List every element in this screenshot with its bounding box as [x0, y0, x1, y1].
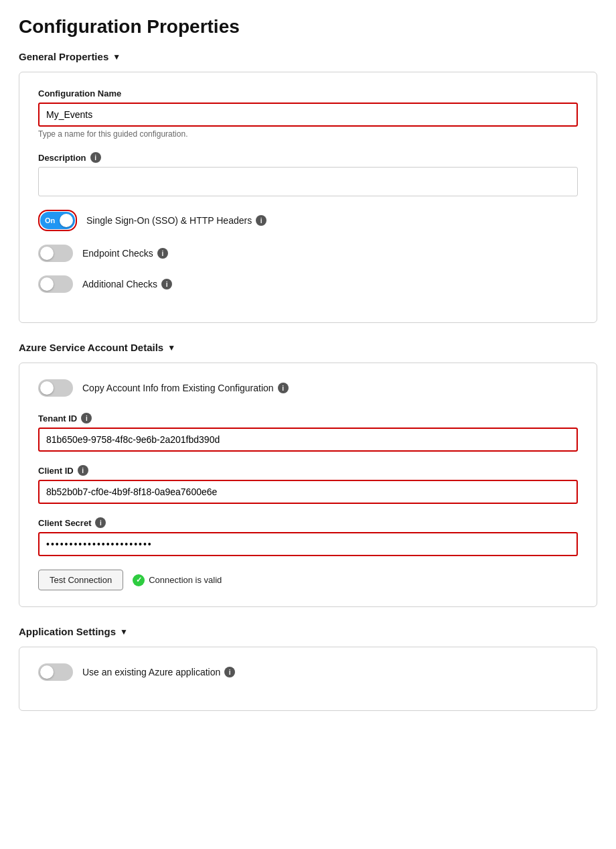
additional-toggle[interactable]	[38, 275, 73, 293]
endpoint-checks-row: Endpoint Checks i	[38, 245, 578, 262]
config-name-group: Configuration Name Type a name for this …	[38, 88, 578, 139]
sso-toggle[interactable]: On	[40, 212, 75, 229]
client-id-info-icon: i	[78, 465, 88, 476]
app-settings-header[interactable]: Application Settings ▼	[19, 626, 597, 637]
client-id-group: Client ID i	[38, 465, 578, 504]
endpoint-toggle-thumb	[40, 247, 54, 260]
description-group: Description i	[38, 152, 578, 196]
sso-toggle-label: On	[45, 216, 55, 224]
connection-valid-status: ✓ Connection is valid	[133, 574, 222, 586]
additional-checks-label: Additional Checks i	[82, 279, 172, 289]
endpoint-info-icon: i	[157, 248, 168, 259]
config-name-hint: Type a name for this guided configuratio…	[38, 129, 578, 139]
tenant-id-group: Tenant ID i	[38, 413, 578, 452]
use-existing-azure-label: Use an existing Azure application i	[82, 667, 235, 677]
tenant-id-label: Tenant ID i	[38, 413, 578, 423]
azure-section-chevron: ▼	[167, 343, 175, 352]
additional-toggle-thumb	[40, 277, 54, 291]
client-id-label: Client ID i	[38, 465, 578, 476]
copy-account-info-icon: i	[278, 383, 289, 393]
use-existing-info-icon: i	[224, 667, 235, 677]
page-title: Configuration Properties	[19, 16, 597, 38]
azure-section-label: Azure Service Account Details	[19, 342, 163, 353]
app-settings-card: Use an existing Azure application i	[19, 647, 597, 711]
use-existing-azure-toggle[interactable]	[38, 663, 73, 681]
connection-valid-text: Connection is valid	[149, 575, 222, 585]
additional-info-icon: i	[161, 279, 172, 289]
sso-toggle-thumb	[60, 214, 73, 227]
tenant-id-info-icon: i	[81, 413, 92, 423]
config-name-input[interactable]	[38, 103, 578, 127]
sso-info-icon: i	[256, 215, 266, 226]
tenant-id-input[interactable]	[38, 428, 578, 452]
endpoint-toggle[interactable]	[38, 245, 73, 262]
description-input[interactable]	[38, 167, 578, 196]
azure-section-header[interactable]: Azure Service Account Details ▼	[19, 342, 597, 353]
client-secret-input[interactable]	[38, 532, 578, 556]
copy-account-toggle[interactable]	[38, 379, 73, 397]
test-connection-button[interactable]: Test Connection	[38, 570, 123, 590]
sso-label: Single Sign-On (SSO) & HTTP Headers i	[86, 215, 266, 226]
copy-account-label: Copy Account Info from Existing Configur…	[82, 383, 289, 393]
general-properties-card: Configuration Name Type a name for this …	[19, 72, 597, 323]
additional-checks-row: Additional Checks i	[38, 275, 578, 293]
general-properties-header[interactable]: General Properties ▼	[19, 51, 597, 62]
use-existing-azure-row: Use an existing Azure application i	[38, 663, 578, 681]
connection-valid-icon: ✓	[133, 574, 145, 586]
copy-account-toggle-thumb	[40, 381, 54, 395]
sso-toggle-wrapper[interactable]: On	[38, 210, 77, 231]
client-id-input[interactable]	[38, 480, 578, 504]
description-label: Description i	[38, 152, 578, 163]
config-name-label: Configuration Name	[38, 88, 578, 99]
general-properties-label: General Properties	[19, 51, 108, 62]
client-secret-info-icon: i	[95, 517, 106, 528]
endpoint-checks-label: Endpoint Checks i	[82, 248, 168, 259]
general-properties-chevron: ▼	[112, 52, 121, 62]
azure-section-card: Copy Account Info from Existing Configur…	[19, 363, 597, 607]
app-settings-chevron: ▼	[120, 627, 128, 637]
test-connection-row: Test Connection ✓ Connection is valid	[38, 570, 578, 590]
app-settings-label: Application Settings	[19, 626, 116, 637]
client-secret-group: Client Secret i	[38, 517, 578, 556]
description-info-icon: i	[90, 152, 101, 163]
copy-account-row: Copy Account Info from Existing Configur…	[38, 379, 578, 397]
use-existing-toggle-thumb	[40, 665, 54, 679]
sso-toggle-row: On Single Sign-On (SSO) & HTTP Headers i	[38, 210, 578, 231]
client-secret-label: Client Secret i	[38, 517, 578, 528]
